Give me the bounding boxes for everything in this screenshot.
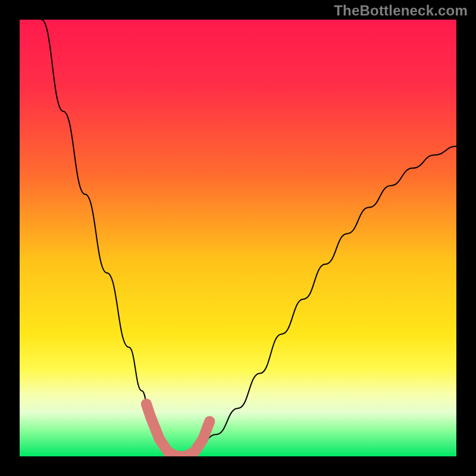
- chart-svg: [20, 20, 456, 456]
- plot-area: [20, 20, 456, 456]
- chart-frame: TheBottleneck.com: [0, 0, 476, 476]
- gradient-background: [20, 20, 456, 456]
- watermark-text: TheBottleneck.com: [334, 2, 468, 19]
